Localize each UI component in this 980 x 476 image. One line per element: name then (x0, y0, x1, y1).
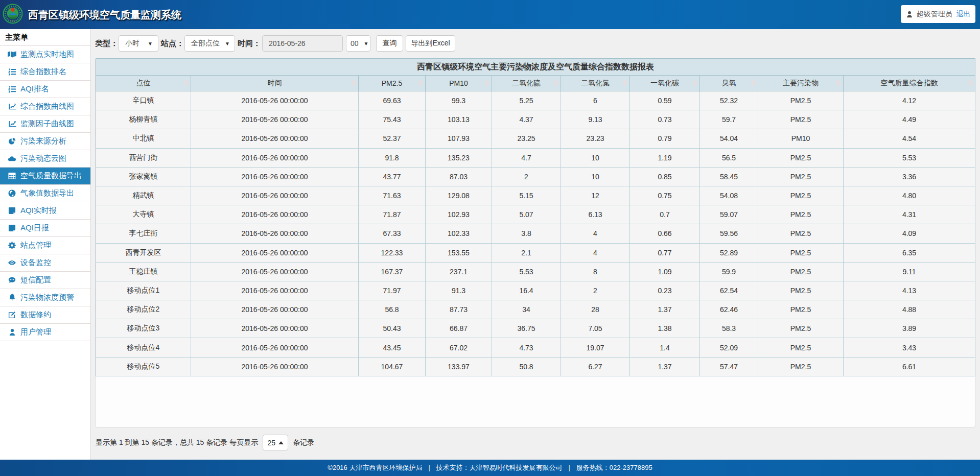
svg-text:ZHB: ZHB (10, 19, 16, 22)
